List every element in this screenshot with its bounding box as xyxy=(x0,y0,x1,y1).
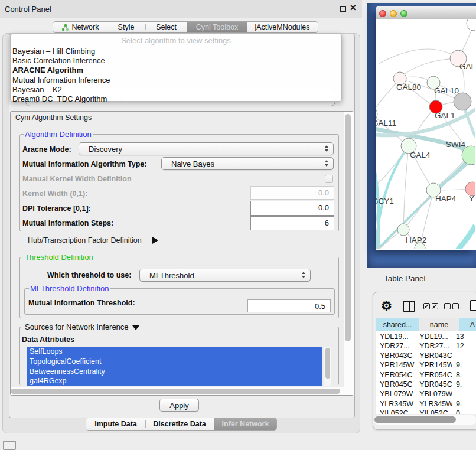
network-edge[interactable] xyxy=(379,49,458,64)
attribute-item[interactable]: BetweennessCentrality xyxy=(27,367,322,377)
table-row[interactable]: YER054CYER054C8. xyxy=(376,370,476,379)
table-hscrollbar-thumb[interactable] xyxy=(374,416,456,423)
network-node-gray-node[interactable] xyxy=(454,93,471,110)
aracne-mode-value: Discovery xyxy=(89,145,122,154)
kernel-width-field[interactable]: 0.0 xyxy=(250,186,334,200)
data-attributes-list[interactable]: SelfLoopsTopologicalCoefficientBetweenne… xyxy=(27,347,322,386)
bottom-tab-impute-data[interactable]: Impute Data xyxy=(86,418,145,430)
column-header-shared...[interactable]: shared... xyxy=(376,318,419,331)
column-header-name[interactable]: name xyxy=(419,318,459,331)
tab-select[interactable]: Select xyxy=(145,22,187,32)
network-edge[interactable] xyxy=(457,226,475,249)
network-window-titlebar[interactable] xyxy=(376,6,476,19)
algorithm-option[interactable]: Basic Correlation Inference xyxy=(12,56,105,65)
dpi-tolerance-field[interactable]: 0.0 xyxy=(250,201,334,216)
bottom-tabs: Impute DataDiscretize DataInfer Network xyxy=(86,418,277,431)
network-edge[interactable] xyxy=(400,58,458,79)
node-label-GAL1: GAL1 xyxy=(435,111,455,120)
expand-arrow-icon[interactable] xyxy=(152,237,158,244)
table-mode-icon[interactable] xyxy=(470,300,476,311)
mi-threshold-field[interactable]: 0.5 xyxy=(247,299,331,312)
tab-style[interactable]: Style xyxy=(107,22,145,32)
algorithm-option[interactable]: Bayesian – K2 xyxy=(12,85,62,94)
table-cell: YIL052C xyxy=(376,408,415,414)
mi-threshold-definition-title: MI Threshold Definition xyxy=(29,284,110,293)
table-row[interactable]: YDL19...YDL19...13 xyxy=(376,331,476,341)
table-cell: YDL19... xyxy=(415,331,452,341)
attributes-scrollbar-thumb[interactable] xyxy=(325,348,330,379)
node-label-HAP4: HAP4 xyxy=(435,194,457,203)
aracne-mode-combo[interactable]: Discovery xyxy=(79,142,334,155)
zoom-traffic-light-icon[interactable] xyxy=(400,10,407,17)
settings-hscrollbar-thumb[interactable] xyxy=(11,389,340,394)
table-body: YDL19...YDL19...13YDR27...YDR27...12YBR0… xyxy=(376,331,476,414)
mi-steps-field[interactable]: 6 xyxy=(250,216,334,230)
algorithm-option[interactable]: Bayesian – Hill Climbing xyxy=(12,47,95,56)
tab-cyni-toolbox[interactable]: Cyni Toolbox xyxy=(187,22,247,32)
table-row[interactable]: YPR145WYPR145W9. xyxy=(376,360,476,370)
table-cell: YPR145W xyxy=(376,360,415,370)
network-canvas[interactable]: GALGAL80GAL10GAL1GAL11SWI4GAL4HAP4YGCY1H… xyxy=(376,19,476,250)
close-icon[interactable]: ✕ xyxy=(350,3,357,12)
network-node-HAP2[interactable] xyxy=(397,224,409,236)
table-row[interactable]: YBR045CYBR045C9. xyxy=(376,379,476,389)
bottom-tab-discretize-data[interactable]: Discretize Data xyxy=(145,418,214,430)
bottom-tab-infer-network[interactable]: Infer Network xyxy=(214,418,276,430)
close-traffic-light-icon[interactable] xyxy=(379,10,386,17)
algorithm-option[interactable]: ARACNE Algorithm xyxy=(12,66,83,74)
node-label-GAL10: GAL10 xyxy=(434,86,459,95)
checked-checkbox-icon[interactable]: ✓ xyxy=(432,303,438,309)
network-edge[interactable] xyxy=(436,159,471,188)
table-cell: YDR27... xyxy=(415,341,452,350)
network-edge[interactable] xyxy=(403,146,409,230)
table-row[interactable]: YDR27...YDR27...12 xyxy=(376,341,476,350)
column-header-A[interactable]: A xyxy=(459,318,476,331)
algorithm-dropdown-hint: Select algorithm to view settings xyxy=(11,36,341,45)
tab-label: Network xyxy=(72,23,99,31)
table-row[interactable]: YBR043CYBR043C xyxy=(376,351,476,360)
apply-button[interactable]: Apply xyxy=(159,399,199,412)
table-row[interactable]: YLR345WYLR345W9. xyxy=(376,399,476,408)
hub-transcription-factor-label[interactable]: Hub/Transcription Factor Definition xyxy=(28,236,142,244)
tab-label: Select xyxy=(156,23,177,31)
minimize-traffic-light-icon[interactable] xyxy=(390,10,397,17)
gear-icon[interactable]: ⚙ xyxy=(381,299,392,313)
mi-algorithm-type-value: Naive Bayes xyxy=(171,159,214,168)
table-cell: YLR345W xyxy=(415,399,452,408)
docked-panel-icon[interactable] xyxy=(3,441,16,450)
table-cell: YDR27... xyxy=(376,341,415,350)
network-node-top-right[interactable] xyxy=(467,19,475,31)
column-settings-icon[interactable] xyxy=(403,301,415,312)
algorithm-option[interactable]: Mutual Information Inference xyxy=(12,76,110,84)
data-attributes-label: Data Attributes xyxy=(22,335,74,344)
algorithm-dropdown-popup: Select algorithm to view settings Bayesi… xyxy=(10,34,342,102)
unchecked-checkbox-icon[interactable] xyxy=(444,303,451,309)
table-cell xyxy=(452,351,476,360)
attribute-item[interactable]: TopologicalCoefficient xyxy=(27,357,322,367)
table-cell: 12 xyxy=(452,341,476,350)
aracne-mode-label: Aracne Mode: xyxy=(22,145,71,154)
table-cell: YIL052C xyxy=(415,408,452,414)
mi-algorithm-type-combo[interactable]: Naive Bayes xyxy=(161,157,334,170)
unchecked-checkbox-icon[interactable] xyxy=(452,303,459,309)
settings-vscrollbar-thumb[interactable] xyxy=(345,114,351,341)
table-cell: 9. xyxy=(452,379,476,389)
network-edge[interactable] xyxy=(376,146,409,192)
algorithm-definition-title: Algorithm Definition xyxy=(24,130,93,139)
tab-jactivemnodules[interactable]: jActiveMNodules xyxy=(247,22,318,32)
algorithm-option[interactable]: Dream8 DC_TDC Algorithm xyxy=(12,94,107,103)
table-cell: YBR045C xyxy=(415,379,452,389)
which-threshold-combo[interactable]: MI Threshold xyxy=(139,269,311,282)
float-window-icon[interactable] xyxy=(340,6,346,12)
tab-network[interactable]: Network xyxy=(53,22,107,32)
node-label-GAL: GAL xyxy=(459,62,475,71)
checked-checkbox-icon[interactable]: ✓ xyxy=(423,303,430,309)
attribute-item[interactable]: SelfLoops xyxy=(27,347,322,357)
table-row[interactable]: YBL079WYBL079W xyxy=(376,389,476,399)
table-row[interactable]: YIL052CYIL052C0. xyxy=(376,408,476,414)
table-panel-title: Table Panel xyxy=(384,274,426,283)
attribute-item[interactable]: gal4RGexp xyxy=(27,376,322,386)
manual-kernel-width-checkbox[interactable] xyxy=(325,175,333,183)
node-label-Y: Y xyxy=(469,194,474,203)
collapse-arrow-icon[interactable] xyxy=(132,325,139,330)
